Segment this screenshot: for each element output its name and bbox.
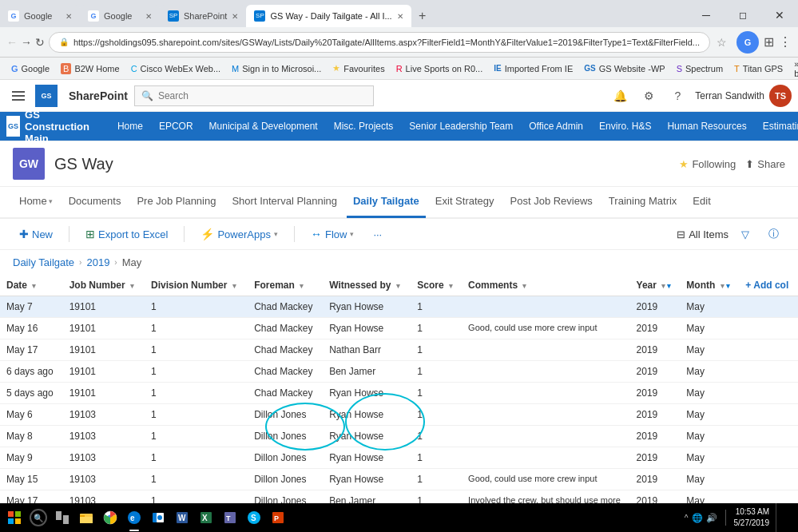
page-nav-daily-tailgate[interactable]: Daily Tailgate — [347, 186, 426, 218]
site-nav-hr[interactable]: Human Resources — [659, 112, 754, 141]
col-date[interactable]: Date ▾ — [0, 275, 63, 296]
new-item-button[interactable]: ✚ New — [13, 224, 59, 244]
col-score[interactable]: Score ▾ — [411, 275, 462, 296]
settings-gear-icon[interactable]: ⚙ — [637, 85, 660, 107]
following-button[interactable]: ★ Following — [679, 158, 736, 170]
help-question-icon[interactable]: ? — [666, 85, 689, 107]
col-witnessed[interactable]: Witnessed by ▾ — [323, 275, 411, 296]
breadcrumb-daily-tailgate[interactable]: Daily Tailgate — [13, 256, 74, 268]
site-logo[interactable]: GS GS Construction Main — [6, 109, 97, 145]
address-bar[interactable]: 🔒 https://gsholdings095.sharepoint.com/s… — [49, 32, 710, 53]
tab-4-close[interactable]: ✕ — [397, 12, 403, 21]
info-button[interactable]: ⓘ — [762, 224, 785, 244]
tab-4[interactable]: SP GS Way - Daily Tailgate - All I... ✕ — [246, 5, 411, 27]
back-button[interactable]: ← — [6, 31, 18, 54]
tab-1-close[interactable]: ✕ — [66, 12, 72, 21]
more-options-button[interactable]: ··· — [367, 225, 388, 244]
flow-button[interactable]: ↔ Flow ▾ — [304, 224, 360, 244]
extensions-button[interactable]: ⊞ — [764, 34, 774, 50]
word-button[interactable]: W — [171, 506, 193, 529]
bookmark-spectrum[interactable]: S Spectrum — [672, 62, 728, 75]
col-year[interactable]: Year ▾▾ — [630, 275, 681, 296]
other-bookmarks[interactable]: » Other bookmarks — [789, 58, 798, 80]
site-nav-municipal[interactable]: Municipal & Development — [201, 112, 326, 141]
restore-button[interactable]: ◻ — [725, 3, 761, 27]
sp-search-box[interactable]: 🔍 — [134, 85, 374, 106]
reload-button[interactable]: ↻ — [35, 31, 46, 54]
skype-button[interactable]: S — [243, 506, 265, 529]
clock-display[interactable]: 10:53 AM 5/27/2019 — [734, 506, 770, 529]
add-column-button[interactable]: + Add col — [745, 280, 788, 291]
app11-button[interactable]: P — [267, 506, 289, 529]
col-job-number[interactable]: Job Number ▾ — [63, 275, 145, 296]
network-icon[interactable]: 🌐 — [692, 513, 703, 523]
bookmark-star-button[interactable]: ☆ — [717, 36, 727, 49]
excel-button[interactable]: X — [195, 506, 217, 529]
bookmark-live[interactable]: R Live Sports on R0... — [391, 62, 488, 75]
share-button[interactable]: ⬆ Share — [745, 158, 785, 170]
windows-start-button[interactable] — [3, 506, 26, 529]
site-nav-estimating-files[interactable]: Estimating with files — [755, 112, 798, 141]
close-window-button[interactable]: ✕ — [761, 3, 798, 27]
tab-3-close[interactable]: ✕ — [232, 12, 238, 21]
teams-button[interactable]: T — [219, 506, 241, 529]
file-explorer-button[interactable] — [75, 506, 97, 529]
hamburger-menu-icon[interactable] — [6, 84, 30, 108]
powerapps-button[interactable]: ⚡ PowerApps ▾ — [194, 224, 284, 244]
bookmark-ie[interactable]: IE Imported From IE — [489, 62, 578, 75]
bookmark-cisco[interactable]: C Cisco WebEx Web... — [126, 62, 225, 75]
forward-button[interactable]: → — [21, 31, 32, 54]
site-nav-epcor[interactable]: EPCOR — [151, 112, 201, 141]
page-nav-short-interval[interactable]: Short Interval Planning — [225, 186, 343, 218]
page-nav-exit-strategy[interactable]: Exit Strategy — [429, 186, 501, 218]
col-add[interactable]: + Add col — [739, 275, 798, 296]
page-nav-prejob[interactable]: Pre Job Planning — [130, 186, 222, 218]
notification-bell-icon[interactable]: 🔔 — [609, 85, 631, 107]
task-view-button[interactable] — [51, 506, 73, 529]
witnessed-cell: Ryan Howse — [323, 404, 411, 426]
tab-2[interactable]: G Google ✕ — [80, 5, 160, 27]
bookmark-gs-web[interactable]: GS GS Website -WP — [579, 62, 669, 75]
data-table-container[interactable]: Date ▾ Job Number ▾ Division Number ▾ Fo… — [0, 275, 798, 506]
outlook-button[interactable] — [147, 506, 169, 529]
site-nav-home[interactable]: Home — [109, 112, 151, 141]
tab-1[interactable]: G Google ✕ — [0, 5, 80, 27]
site-nav-misc[interactable]: Misc. Projects — [326, 112, 402, 141]
page-nav-documents[interactable]: Documents — [62, 186, 128, 218]
col-comments[interactable]: Comments ▾ — [462, 275, 629, 296]
col-month[interactable]: Month ▾▾ — [680, 275, 739, 296]
breadcrumb-2019[interactable]: 2019 — [86, 256, 109, 268]
gs-logo[interactable]: GS — [35, 85, 58, 107]
tab-3[interactable]: SP SharePoint ✕ — [160, 5, 246, 27]
volume-icon[interactable]: 🔊 — [706, 513, 717, 523]
menu-button[interactable]: ⋮ — [779, 34, 792, 50]
col-foreman[interactable]: Foreman ▾ — [248, 275, 323, 296]
show-desktop-button[interactable] — [776, 503, 795, 532]
view-filter-button[interactable]: ▽ — [735, 225, 756, 244]
sp-search-input[interactable] — [158, 90, 367, 101]
site-nav-enviro[interactable]: Enviro. H&S — [591, 112, 659, 141]
col-division[interactable]: Division Number ▾ — [145, 275, 248, 296]
page-nav-edit[interactable]: Edit — [686, 186, 717, 218]
minimize-button[interactable]: ─ — [688, 3, 725, 27]
profile-button[interactable]: G — [736, 31, 759, 54]
chrome-browser-button[interactable] — [99, 506, 121, 529]
bookmark-favourites[interactable]: ★ Favourites — [328, 62, 389, 75]
user-menu[interactable]: Terran Sandwith TS — [695, 85, 792, 107]
page-nav-post-job[interactable]: Post Job Reviews — [504, 186, 599, 218]
edge-browser-button[interactable]: e — [123, 506, 145, 529]
page-nav-training[interactable]: Training Matrix — [602, 186, 683, 218]
bookmark-b2w[interactable]: B B2W Home — [56, 62, 125, 76]
export-excel-button[interactable]: ⊞ Export to Excel — [79, 224, 174, 244]
tab-2-close[interactable]: ✕ — [145, 12, 152, 21]
bookmark-msft[interactable]: M Sign in to Microsoi... — [227, 62, 326, 75]
new-tab-button[interactable]: + — [411, 5, 434, 27]
page-nav-home[interactable]: Home ▾ — [13, 186, 59, 218]
site-nav-senior[interactable]: Senior Leadership Team — [401, 112, 521, 141]
bookmark-google[interactable]: G Google — [6, 62, 54, 75]
search-taskbar-button[interactable]: 🔍 — [27, 506, 50, 529]
site-nav-office[interactable]: Office Admin — [521, 112, 591, 141]
bookmark-titan[interactable]: T Titan GPS — [729, 62, 788, 75]
up-arrow-icon[interactable]: ^ — [685, 514, 689, 522]
filter-list-button[interactable]: ⊟ All Items — [677, 228, 729, 240]
